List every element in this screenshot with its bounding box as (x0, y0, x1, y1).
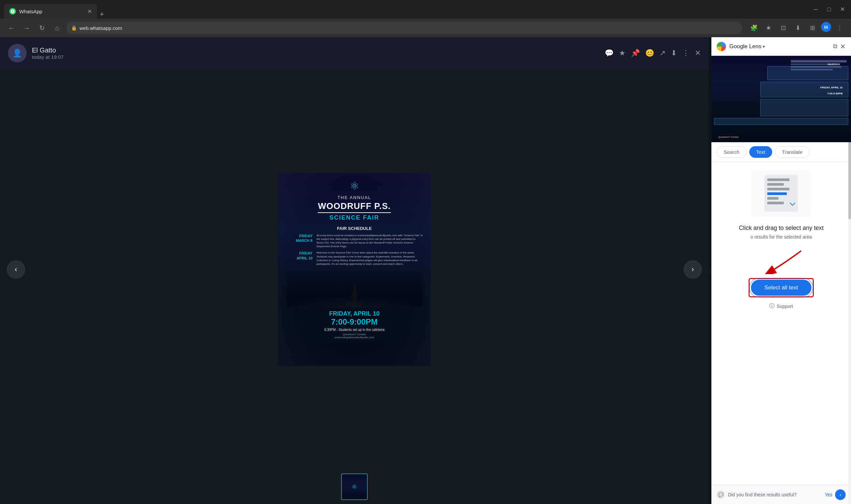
panel-divider[interactable]: ⋮ (709, 37, 711, 504)
lens-open-external-icon[interactable]: ⧉ (833, 43, 837, 50)
tab-search[interactable]: Search (717, 146, 747, 158)
settings-sidebar-icon[interactable]: ⊞ (806, 22, 818, 34)
forward-button[interactable]: → (21, 22, 33, 34)
lens-header: Google Lens ▾ ⧉ ✕ (711, 37, 851, 56)
poster-date1-label: FRIDAY MARCH 8 (286, 234, 313, 249)
poster-schedule-title: FAIR SCHEDULE (286, 226, 423, 231)
tab-close-button[interactable]: ✕ (87, 8, 92, 15)
lens-dropdown-icon[interactable]: ▾ (763, 44, 765, 49)
doc-cursor-icon (790, 200, 796, 206)
extensions-icon[interactable]: 🧩 (748, 22, 760, 34)
browser-titlebar: WhatsApp ✕ + ─ □ ✕ (0, 0, 851, 19)
support-link[interactable]: ⓘ Support (769, 303, 793, 310)
select-all-annotation: Select all text (749, 278, 813, 298)
document-icon (765, 175, 798, 212)
lens-box-3 (760, 99, 848, 116)
main-layout: 👤 El Gatto today at 19:07 💬 ★ 📌 😊 ↗ ⬇ ⋮ … (0, 37, 851, 504)
google-lens-panel: Google Lens ▾ ⧉ ✕ MARCH 8 FRIDAY, APRIL … (711, 37, 851, 504)
poster-silhouette (286, 270, 423, 307)
sender-time: today at 19:07 (32, 54, 599, 60)
lens-title: Google Lens (729, 43, 761, 50)
feedback-expand-button[interactable]: › (835, 489, 846, 500)
close-viewer-icon[interactable]: ✕ (695, 49, 701, 57)
doc-line-1 (767, 178, 790, 181)
poster-date1-desc: All entry forms must be emailed to scien… (317, 234, 423, 249)
browser-tab[interactable]: WhatsApp ✕ (4, 4, 97, 19)
home-button[interactable]: ⌂ (51, 22, 63, 34)
next-image-button[interactable]: › (684, 260, 702, 279)
poster-annual-text: THE ANNUAL (337, 195, 371, 200)
image-display-area: ‹ ⚛ THE ANNUAL WOODRUFF P.S. SCIENCE FAI… (0, 69, 709, 469)
share-icon[interactable]: ↗ (659, 49, 666, 57)
bookmark-star-icon[interactable]: ★ (763, 22, 775, 34)
support-icon: ⓘ (769, 303, 775, 310)
close-button[interactable]: ✕ (838, 5, 847, 14)
tab-text[interactable]: Text (749, 146, 773, 158)
feedback-icon: 💬 (717, 491, 725, 499)
feedback-row: 💬 Did you find these results useful? Yes… (711, 485, 851, 504)
profile-extensions-icon[interactable]: ⊡ (777, 22, 789, 34)
doc-line-5 (767, 202, 784, 204)
support-label: Support (777, 304, 793, 309)
poster-big-time: 7:00-9:00PM (331, 317, 378, 327)
prev-image-button[interactable]: ‹ (7, 260, 25, 279)
message-header: 👤 El Gatto today at 19:07 💬 ★ 📌 😊 ↗ ⬇ ⋮ … (0, 37, 709, 69)
feedback-question: Did you find these results useful? (728, 492, 825, 497)
lens-image-preview: MARCH 8 FRIDAY, APRIL 10 7:00-9:00PM Que… (711, 56, 851, 142)
lens-content: Click and drag to select any text o resu… (711, 162, 851, 485)
doc-line-2 (767, 183, 784, 186)
poster-date2-desc: Welcome to the Science Fair! Come learn … (317, 251, 423, 266)
poster-setup-text: 6:30PM - Students set up in the cafeteri… (324, 328, 384, 331)
thumbnail-strip: ⚛ (0, 469, 709, 504)
window-controls: ─ □ ✕ (811, 5, 847, 14)
tab-favicon (9, 8, 16, 15)
poster-date2-section: FRIDAY APRIL 10 Welcome to the Science F… (286, 251, 423, 266)
red-arrow-svg (735, 248, 828, 274)
download-icon[interactable]: ⬇ (671, 49, 677, 57)
overlay-time-label: 7:00-9:00PM (827, 92, 843, 95)
sender-info: El Gatto today at 19:07 (32, 47, 599, 60)
menu-icon[interactable]: ⋮ (834, 22, 846, 34)
pin-icon[interactable]: 📌 (631, 49, 640, 57)
overlay-text-blocks (791, 60, 847, 70)
poster-date1-section: FRIDAY MARCH 8 All entry forms must be e… (286, 234, 423, 249)
red-arrow-annotation (718, 248, 844, 274)
document-icon-wrapper (751, 170, 811, 217)
downloads-icon[interactable]: ⬇ (792, 22, 804, 34)
whatsapp-panel: 👤 El Gatto today at 19:07 💬 ★ 📌 😊 ↗ ⬇ ⋮ … (0, 37, 709, 504)
emoji-icon[interactable]: 😊 (645, 49, 654, 57)
avatar: 👤 (8, 44, 26, 62)
header-actions: 💬 ★ 📌 😊 ↗ ⬇ ⋮ ✕ (605, 49, 701, 57)
toolbar-icons: 🧩 ★ ⊡ ⬇ ⊞ H ⋮ (748, 22, 846, 34)
lens-preview-background: MARCH 8 FRIDAY, APRIL 10 7:00-9:00PM Que… (711, 56, 851, 142)
overlay-date-label: FRIDAY, APRIL 10 (820, 86, 843, 89)
feedback-yes-button[interactable]: Yes (825, 492, 832, 497)
silhouette-ground (286, 297, 423, 307)
doc-line-4 (767, 197, 779, 200)
overlay-contact-label: Questions? Contact (717, 135, 740, 139)
more-options-icon[interactable]: ⋮ (682, 49, 689, 57)
profile-button[interactable]: H (821, 22, 831, 32)
poster-big-date: FRIDAY, APRIL 10 (329, 310, 379, 317)
thumbnail-1[interactable]: ⚛ (341, 473, 368, 500)
new-tab-button[interactable]: + (100, 10, 104, 19)
security-lock-icon: 🔒 (71, 25, 77, 31)
reload-button[interactable]: ↻ (36, 22, 48, 34)
address-bar[interactable]: 🔒 web.whatsapp.com (67, 22, 742, 34)
comment-icon[interactable]: 💬 (605, 49, 614, 57)
sender-name: El Gatto (32, 47, 599, 54)
back-button[interactable]: ← (5, 22, 17, 34)
star-icon[interactable]: ★ (619, 49, 626, 57)
tab-title: WhatsApp (19, 8, 84, 14)
poster-contact-text: Questions? Contactsciencedept@woodruffpu… (334, 333, 374, 339)
lens-sub-instruction-text: o results for the selected area (750, 234, 812, 239)
tab-translate[interactable]: Translate (775, 146, 810, 158)
poster-school-name: WOODRUFF P.S. (318, 201, 391, 213)
poster-schedule-header: FAIR SCHEDULE (286, 226, 423, 231)
minimize-button[interactable]: ─ (811, 5, 820, 14)
lens-close-icon[interactable]: ✕ (840, 42, 846, 51)
poster-date2-label: FRIDAY APRIL 10 (286, 251, 313, 266)
maximize-button[interactable]: □ (825, 5, 834, 14)
select-all-text-button[interactable]: Select all text (751, 280, 811, 296)
science-fair-poster: ⚛ THE ANNUAL WOODRUFF P.S. SCIENCE FAIR … (278, 173, 431, 366)
